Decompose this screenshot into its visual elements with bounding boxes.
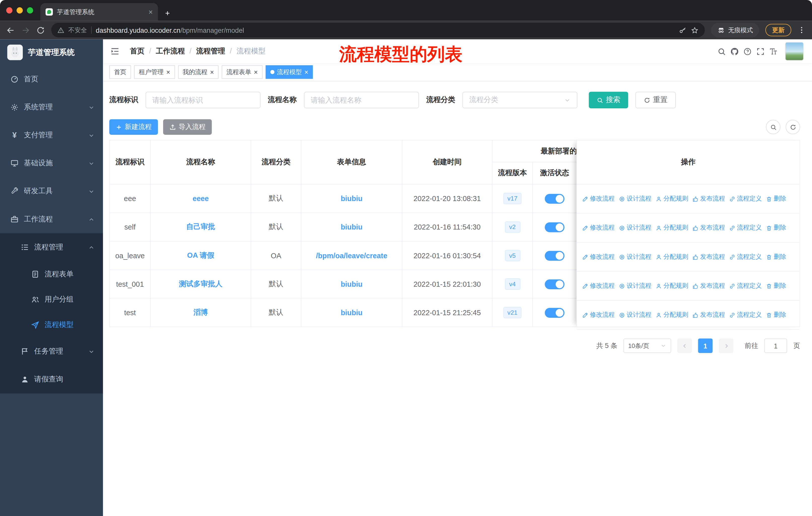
publish-process-link[interactable]: 发布流程 (692, 281, 725, 290)
help-docs-icon[interactable] (743, 47, 752, 56)
active-toggle[interactable] (545, 279, 564, 289)
browser-tab[interactable]: 芋道管理系统 × (40, 3, 158, 21)
tag-close-icon[interactable]: × (254, 69, 258, 76)
tag-my-process[interactable]: 我的流程× (178, 65, 219, 79)
security-label[interactable]: 不安全 (68, 26, 87, 34)
next-page-button[interactable] (719, 338, 733, 353)
breadcrumb-workflow[interactable]: 工作流程 (144, 47, 185, 56)
toggle-search-button[interactable] (766, 120, 781, 134)
assign-rule-link[interactable]: 分配规则 (656, 194, 689, 203)
sidebar-item-dev-tools[interactable]: 研发工具 (0, 178, 103, 205)
delete-link[interactable]: 删除 (766, 252, 786, 261)
font-size-icon[interactable] (769, 47, 778, 56)
process-name-link[interactable]: 自己审批 (186, 222, 215, 231)
reset-button[interactable]: 重置 (635, 92, 675, 108)
version-badge[interactable]: v21 (503, 307, 522, 318)
process-name-input[interactable] (304, 92, 419, 108)
form-info-link[interactable]: biubiu (341, 308, 362, 317)
publish-process-link[interactable]: 发布流程 (692, 310, 725, 319)
publish-process-link[interactable]: 发布流程 (692, 223, 725, 232)
process-id-input[interactable] (145, 92, 261, 108)
process-definition-link[interactable]: 流程定义 (729, 194, 762, 203)
form-info-link[interactable]: /bpm/oa/leave/create (316, 251, 387, 260)
password-key-icon[interactable] (679, 26, 687, 34)
delete-link[interactable]: 删除 (766, 223, 786, 232)
reload-button[interactable] (36, 26, 45, 34)
sidebar-toggle-button[interactable] (108, 45, 122, 58)
bookmark-star-icon[interactable] (691, 26, 699, 34)
tag-process-model[interactable]: 流程模型× (265, 65, 313, 79)
edit-process-link[interactable]: 修改流程 (582, 252, 615, 261)
create-process-button[interactable]: 新建流程 (109, 119, 158, 135)
delete-link[interactable]: 删除 (766, 194, 786, 203)
tag-process-form[interactable]: 流程表单× (222, 65, 263, 79)
active-toggle[interactable] (545, 308, 564, 318)
sidebar-item-leave-query[interactable]: 请假查询 (0, 365, 103, 393)
edit-process-link[interactable]: 修改流程 (582, 281, 615, 290)
app-logo[interactable]: 芋道管理系统 (0, 39, 103, 65)
browser-update-button[interactable]: 更新 (765, 24, 791, 36)
edit-process-link[interactable]: 修改流程 (582, 194, 615, 203)
active-toggle[interactable] (545, 222, 564, 232)
form-info-link[interactable]: biubiu (341, 223, 362, 231)
process-category-select[interactable]: 流程分类 (462, 92, 577, 108)
header-search-icon[interactable] (717, 47, 726, 56)
address-bar[interactable]: 不安全 dashboard.yudao.iocoder.cn/bpm/manag… (51, 23, 705, 37)
assign-rule-link[interactable]: 分配规则 (656, 310, 689, 319)
version-badge[interactable]: v2 (505, 221, 520, 233)
sidebar-item-process-form[interactable]: 流程表单 (0, 261, 103, 287)
sidebar-item-process-model[interactable]: 流程模型 (0, 312, 103, 337)
active-toggle[interactable] (545, 251, 564, 261)
forward-button[interactable] (21, 26, 30, 34)
tag-home[interactable]: 首页 (109, 65, 131, 79)
delete-link[interactable]: 删除 (766, 281, 786, 290)
active-toggle[interactable] (545, 193, 564, 203)
sidebar-item-task-management[interactable]: 任务管理 (0, 337, 103, 365)
search-button[interactable]: 搜索 (589, 92, 628, 108)
breadcrumb-home[interactable]: 首页 (130, 47, 144, 56)
design-process-link[interactable]: 设计流程 (619, 223, 652, 232)
tag-close-icon[interactable]: × (304, 69, 308, 76)
form-info-link[interactable]: biubiu (341, 194, 362, 203)
tab-close-icon[interactable]: × (148, 8, 153, 16)
process-definition-link[interactable]: 流程定义 (729, 310, 762, 319)
window-minimize-button[interactable] (17, 7, 23, 13)
browser-menu-icon[interactable] (798, 26, 806, 34)
publish-process-link[interactable]: 发布流程 (692, 194, 725, 203)
process-definition-link[interactable]: 流程定义 (729, 223, 762, 232)
process-name-link[interactable]: OA 请假 (187, 251, 214, 259)
sidebar-item-infrastructure[interactable]: 基础设施 (0, 150, 103, 178)
user-avatar[interactable] (785, 42, 804, 61)
form-info-link[interactable]: biubiu (341, 280, 362, 288)
sidebar-item-home[interactable]: 首页 (0, 65, 103, 93)
page-number-button[interactable]: 1 (698, 338, 713, 353)
design-process-link[interactable]: 设计流程 (619, 310, 652, 319)
version-badge[interactable]: v17 (503, 193, 522, 204)
publish-process-link[interactable]: 发布流程 (692, 252, 725, 261)
process-name-link[interactable]: 滔博 (193, 308, 208, 316)
github-icon[interactable] (730, 47, 739, 56)
process-definition-link[interactable]: 流程定义 (729, 252, 762, 261)
process-name-link[interactable]: eeee (193, 194, 209, 203)
tag-close-icon[interactable]: × (210, 69, 214, 76)
tag-tenant-management[interactable]: 租户管理× (134, 65, 175, 79)
design-process-link[interactable]: 设计流程 (619, 194, 652, 203)
edit-process-link[interactable]: 修改流程 (582, 310, 615, 319)
assign-rule-link[interactable]: 分配规则 (656, 281, 689, 290)
goto-page-input[interactable] (764, 338, 787, 353)
prev-page-button[interactable] (677, 338, 692, 353)
design-process-link[interactable]: 设计流程 (619, 252, 652, 261)
refresh-table-button[interactable] (786, 120, 800, 134)
edit-process-link[interactable]: 修改流程 (582, 223, 615, 232)
import-process-button[interactable]: 导入流程 (163, 119, 212, 135)
sidebar-item-payment-management[interactable]: ¥ 支付管理 (0, 121, 103, 149)
fullscreen-icon[interactable] (756, 47, 765, 56)
version-badge[interactable]: v5 (505, 250, 520, 261)
version-badge[interactable]: v4 (505, 278, 520, 290)
assign-rule-link[interactable]: 分配规则 (656, 252, 689, 261)
sidebar-item-system-management[interactable]: 系统管理 (0, 93, 103, 121)
delete-link[interactable]: 删除 (766, 310, 786, 319)
page-size-select[interactable]: 10条/页 (624, 338, 671, 353)
back-button[interactable] (6, 26, 15, 34)
process-name-link[interactable]: 测试多审批人 (179, 279, 223, 288)
